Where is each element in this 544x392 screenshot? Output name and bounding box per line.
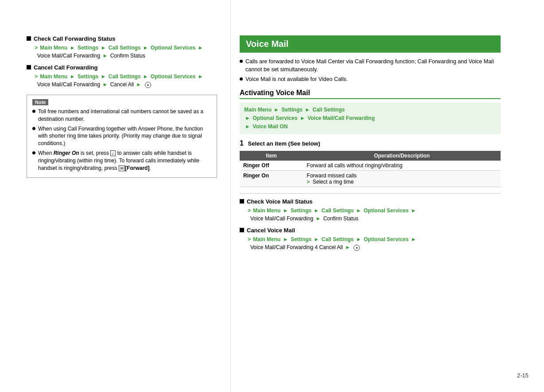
nav-optional-r: Optional Services <box>253 115 297 121</box>
nav-arrow-1e: ► <box>102 53 109 59</box>
nav-call-settings-r: Call Settings <box>312 107 345 113</box>
nav-arr-r2b: ► <box>314 236 321 242</box>
section-divider-1 <box>240 193 501 194</box>
nav-arrow-2f: ► <box>136 81 143 88</box>
nav-arrow-1d: ► <box>198 45 203 51</box>
bullet-text-1: Calls are forwarded to Voice Mail Center… <box>245 58 501 73</box>
bullet-item-1: Calls are forwarded to Voice Mail Center… <box>240 58 501 73</box>
nav-arrow-1a: ► <box>70 45 77 51</box>
nav-arrow-2a: ► <box>70 73 77 80</box>
nav-voicemail-r: Voice Mail/Call Forwarding <box>307 115 375 121</box>
black-square-icon-2 <box>27 65 31 69</box>
table-row-ringer-off: Ringer Off Forward all calls without rin… <box>240 161 501 171</box>
check-forwarding-nav: > Main Menu ► Settings ► Call Settings ►… <box>34 44 217 60</box>
bullet-dot-2 <box>32 127 35 130</box>
table-cell-desc-2: Forward missed calls > Select a ring tim… <box>303 171 501 187</box>
bullet-dot-1 <box>32 110 35 113</box>
nav-voicemail-1: Voice Mail/Call Forwarding <box>37 53 100 59</box>
nav-voicemail-2: Voice Mail/Call Forwarding <box>37 81 100 88</box>
note-box: Note Toll free numbers and international… <box>27 95 217 178</box>
nav-confirm-r1: Confirm Status <box>323 215 358 222</box>
circle-button-icon-r2: ● <box>354 245 360 251</box>
circle-button-icon: ● <box>145 82 151 88</box>
nav-chevron-2: > <box>35 73 38 80</box>
nav-vmc-r2: Voice Mail/Call Forwarding 4 Cancel All <box>250 244 343 250</box>
nav-arr-r2e: ► <box>345 244 352 250</box>
nav-arrow-2c: ► <box>143 73 150 80</box>
cancel-forwarding-nav: > Main Menu ► Settings ► Call Settings ►… <box>34 73 217 88</box>
bullet-dot-r1 <box>240 60 243 63</box>
nav-chevron-1: > <box>35 45 38 51</box>
voice-mail-title: Voice Mail <box>246 39 288 49</box>
nav-settings-1: Settings <box>78 45 98 51</box>
table-col-desc: Operation/Description <box>303 151 501 161</box>
nav-set-r1: Settings <box>291 208 311 214</box>
cancel-forwarding-heading: Cancel Call Forwarding <box>34 64 97 71</box>
step-1-line: 1 Select an item (See below) <box>240 139 501 147</box>
nav-arrow-2e: ► <box>102 81 109 88</box>
nav-arrow-2d: ► <box>198 73 203 80</box>
nav-arrow-2b: ► <box>101 73 108 80</box>
nav-arrow-rc: ► <box>245 115 252 121</box>
nav-main-menu-r: Main Menu <box>244 107 272 113</box>
note-text-1: Toll free numbers and international call… <box>38 108 211 123</box>
note-text-2: When using Call Forwarding together with… <box>38 125 211 147</box>
table-cell-item-2: Ringer On <box>240 171 303 187</box>
nav-chevron-r2: > <box>248 236 251 242</box>
check-voicemail-nav: > Main Menu ► Settings ► Call Settings ►… <box>247 207 501 223</box>
nav-arrow-rb: ► <box>305 107 311 113</box>
step-text: Select an item (See below) <box>248 140 320 147</box>
check-forwarding-section: Check Call Forwarding Status <box>27 35 217 42</box>
nav-main-menu-2: Main Menu <box>40 73 67 80</box>
sub-arrow-icon: > <box>307 179 310 185</box>
nav-opt-r1: Optional Services <box>364 208 408 214</box>
table-cell-item-1: Ringer Off <box>240 161 303 171</box>
step-number: 1 <box>240 139 244 147</box>
nav-arr-r2a: ► <box>283 236 290 242</box>
nav-main-menu-1: Main Menu <box>40 45 67 51</box>
nav-voicemail-on: Voice Mail ON <box>253 123 288 130</box>
nav-chevron-r1: > <box>248 208 251 214</box>
nav-arr-r2d: ► <box>411 236 416 242</box>
bullet-item-2: Voice Mail is not available for Video Ca… <box>240 76 501 84</box>
nav-call-settings-2: Call Settings <box>109 73 141 80</box>
note-item-2: When using Call Forwarding together with… <box>32 125 211 147</box>
nav-arr-r1b: ► <box>314 208 321 214</box>
nav-optional-2: Optional Services <box>151 73 195 80</box>
right-panel: Voice Mail Calls are forwarded to Voice … <box>230 0 514 392</box>
nav-optional-1: Optional Services <box>151 45 195 51</box>
cancel-forwarding-section: Cancel Call Forwarding <box>27 64 217 71</box>
bullet-dot-r2 <box>240 77 243 81</box>
bullet-text-2: Voice Mail is not available for Video Ca… <box>245 76 348 84</box>
check-voicemail-heading: Check Voice Mail Status <box>247 198 313 205</box>
cancel-voicemail-heading: Cancel Voice Mail <box>247 227 295 234</box>
nav-arrow-re: ► <box>245 123 252 130</box>
nav-arr-r1c: ► <box>356 208 363 214</box>
nav-arr-r1a: ► <box>283 208 290 214</box>
nav-arr-r1e: ► <box>315 215 322 222</box>
black-square-r2 <box>240 228 244 232</box>
black-square-r1 <box>240 199 244 204</box>
item-table: Item Operation/Description Ringer Off Fo… <box>240 151 501 187</box>
nav-call-settings-1: Call Settings <box>109 45 141 51</box>
table-sub-text: Select a ring time <box>313 179 354 185</box>
cancel-voicemail-nav: > Main Menu ► Settings ► Call Settings ►… <box>247 235 501 251</box>
left-panel: Check Call Forwarding Status > Main Menu… <box>0 0 230 392</box>
voice-mail-header: Voice Mail <box>240 35 501 53</box>
nav-opt-r2: Optional Services <box>364 236 408 242</box>
activating-nav-box: Main Menu ► Settings ► Call Settings ► O… <box>240 103 501 135</box>
nav-arrow-1c: ► <box>143 45 150 51</box>
nav-settings-r: Settings <box>282 107 303 113</box>
activating-heading: Activating Voice Mail <box>240 89 501 99</box>
nav-arrow-ra: ► <box>274 107 280 113</box>
bullet-dot-3 <box>32 151 35 154</box>
nav-cs-r1: Call Settings <box>322 208 354 214</box>
nav-arr-r2c: ► <box>356 236 363 242</box>
nav-cancel-all: Cancel All <box>110 81 134 88</box>
nav-set-r2: Settings <box>291 236 311 242</box>
check-voicemail-section: Check Voice Mail Status <box>240 198 501 205</box>
note-item-3: When Ringer On is set, press ⌕ to answer… <box>32 150 211 172</box>
note-text-3: When Ringer On is set, press ⌕ to answer… <box>38 150 211 172</box>
nav-confirm-1: Confirm Status <box>110 53 145 59</box>
table-row-ringer-on: Ringer On Forward missed calls > Select … <box>240 171 501 187</box>
